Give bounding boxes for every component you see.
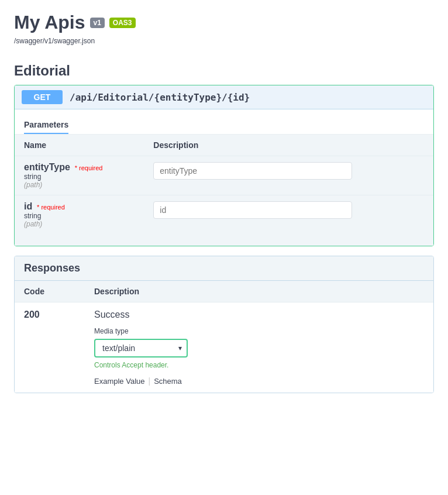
media-type-select-wrapper: text/plainapplication/jsontext/json ▾ (94, 339, 188, 358)
responses-title: Responses (24, 262, 80, 274)
required-badge: * required (75, 164, 103, 171)
header-title-row: My Apis v1 OAS3 (14, 12, 434, 33)
method-badge: GET (22, 90, 63, 104)
required-badge: * required (37, 204, 65, 211)
example-tabs: Example Value | Schema (94, 376, 424, 386)
param-name: entityType (24, 162, 70, 172)
section-title: Editorial (0, 51, 448, 85)
endpoint-body: Parameters Name Description entityType *… (15, 109, 433, 246)
param-location: (path) (24, 220, 135, 228)
response-col-description: Description (85, 281, 433, 302)
badge-oas3: OAS3 (109, 18, 136, 28)
media-type-label: Media type (94, 327, 424, 335)
tab-separator: | (148, 376, 150, 386)
endpoint-path: /api/Editorial/{entityType}/{id} (70, 92, 250, 103)
param-location: (path) (24, 181, 135, 189)
parameters-table: Name Description entityType * required s… (15, 135, 433, 234)
response-description: Success (94, 310, 424, 320)
endpoint-header[interactable]: GET /api/Editorial/{entityType}/{id} (15, 85, 433, 109)
controls-text: Controls Accept header. (94, 361, 424, 369)
table-row: id * required string (path) (15, 195, 433, 235)
page-title: My Apis (14, 12, 85, 33)
param-name: id (24, 201, 32, 211)
table-row: entityType * required string (path) (15, 156, 433, 195)
param-input[interactable] (153, 201, 352, 219)
params-spacer (15, 234, 433, 246)
header: My Apis v1 OAS3 /swagger/v1/swagger.json (0, 0, 448, 51)
param-type: string (24, 173, 135, 181)
swagger-link[interactable]: /swagger/v1/swagger.json (14, 37, 95, 45)
example-value-tab[interactable]: Example Value (94, 376, 144, 386)
media-type-select[interactable]: text/plainapplication/jsontext/json (94, 339, 188, 358)
param-type: string (24, 212, 135, 220)
response-code: 200 (24, 310, 40, 319)
schema-tab[interactable]: Schema (154, 376, 182, 386)
param-input[interactable] (153, 162, 352, 180)
col-name: Name (15, 135, 144, 156)
endpoint-block: GET /api/Editorial/{entityType}/{id} Par… (14, 85, 434, 246)
responses-section: Responses Code Description 200 Success M… (14, 256, 434, 393)
responses-header: Responses (15, 256, 433, 281)
table-row: 200 Success Media type text/plainapplica… (15, 302, 433, 393)
col-description: Description (144, 135, 433, 156)
page-container: My Apis v1 OAS3 /swagger/v1/swagger.json… (0, 0, 448, 495)
response-col-code: Code (15, 281, 85, 302)
responses-table: Code Description 200 Success Media type … (15, 281, 433, 393)
badge-v1: v1 (90, 18, 105, 28)
tab-parameters[interactable]: Parameters (24, 116, 68, 134)
tabs-bar: Parameters (15, 109, 433, 135)
